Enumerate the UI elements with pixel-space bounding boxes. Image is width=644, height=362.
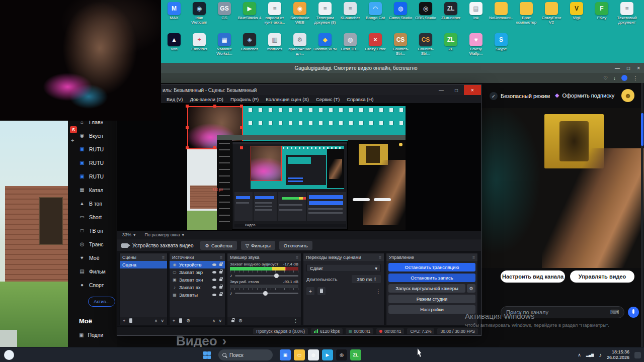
- settings-button[interactable]: Настройки: [388, 305, 475, 314]
- channel-video-preview[interactable]: [481, 108, 644, 268]
- desktop-icon[interactable]: ◈ Launcher: [237, 33, 262, 64]
- sidebar-item[interactable]: □ ТВ он: [68, 224, 117, 237]
- desktop-icon[interactable]: ◆ Radmin VPN: [312, 33, 338, 64]
- desktop-icon[interactable]: ◉ Sandboxie WEB Browser: [287, 2, 312, 33]
- resize-handle[interactable]: [186, 105, 189, 108]
- source-properties-button[interactable]: ⚙: [186, 318, 190, 323]
- desktop-icon[interactable]: M MAX: [162, 2, 187, 33]
- desktop-icon[interactable]: ▤ Ink: [463, 2, 489, 33]
- desktop-icon[interactable]: ◉ Iriun Webcam: [187, 2, 212, 33]
- activate-button[interactable]: Актив...: [88, 297, 115, 307]
- tray-chevron-icon[interactable]: ∧: [578, 352, 581, 357]
- dock-menu-icon[interactable]: ≡: [220, 255, 222, 260]
- network-icon[interactable]: ▂▄▆: [586, 353, 594, 357]
- source-visibility-icon[interactable]: [212, 263, 216, 266]
- deactivate-button[interactable]: Отключить: [279, 241, 312, 250]
- obs-menu-item[interactable]: Вид (V): [167, 97, 183, 102]
- source-lock-icon[interactable]: [219, 286, 222, 289]
- obs-preview[interactable]: 721 px Видео: [117, 103, 481, 231]
- source-row[interactable]: ▦ Захваты: [170, 291, 225, 299]
- volume-slider-knob[interactable]: [274, 274, 279, 278]
- obs-close-button[interactable]: ×: [464, 85, 481, 95]
- desktop-icon[interactable]: F FKey: [589, 2, 614, 33]
- filters-button[interactable]: ▽ Фильтры: [241, 241, 275, 250]
- source-row[interactable]: ◉ Устройств: [170, 261, 225, 268]
- sidebar-item[interactable]: ● Спорт: [68, 278, 117, 292]
- sidebar-item[interactable]: ▣ RUTU: [68, 142, 117, 156]
- taskbar-app-icon[interactable]: ▣: [280, 349, 291, 360]
- obs-menu-item[interactable]: Профиль (P): [230, 97, 259, 102]
- source-visibility-icon[interactable]: [212, 279, 216, 281]
- desktop-icon[interactable]: CS Counter-Stri...: [413, 33, 438, 64]
- source-row[interactable]: ♪ Захват вх: [170, 284, 225, 291]
- page-scrollbar[interactable]: [641, 83, 643, 347]
- obs-maximize-button[interactable]: □: [449, 85, 464, 95]
- speaker-icon[interactable]: ♪: [230, 273, 232, 278]
- desktop-icon[interactable]: GS GS: [212, 2, 237, 33]
- source-lock-icon[interactable]: [219, 263, 222, 266]
- taskbar-app-icon[interactable]: ▭: [294, 349, 305, 360]
- desktop-icon[interactable]: ◍ Camo Studio: [388, 2, 413, 33]
- desktop-icon[interactable]: + FaxVirus: [187, 33, 212, 64]
- obs-menu-item[interactable]: Сервис (T): [316, 97, 340, 102]
- source-visibility-icon[interactable]: [212, 286, 216, 289]
- resize-handle[interactable]: [213, 146, 216, 149]
- taskbar-app-icon[interactable]: ◎: [336, 349, 347, 360]
- safe-mode-toggle[interactable]: ✓ Безопасный режим: [490, 92, 550, 100]
- add-transition-button[interactable]: +: [306, 287, 314, 295]
- source-lock-icon[interactable]: [219, 279, 222, 281]
- spin-down-icon[interactable]: ▾: [374, 279, 376, 282]
- browser-minimize-button[interactable]: —: [615, 65, 620, 71]
- resize-handle[interactable]: [240, 105, 243, 108]
- source-row[interactable]: ▭ Захват экр: [170, 268, 225, 276]
- desktop-icon[interactable]: NoUnmount...: [489, 2, 514, 33]
- remove-scene-button[interactable]: [129, 319, 132, 323]
- taskbar-app-icon[interactable]: ZL: [350, 349, 361, 360]
- desktop-icon[interactable]: ▥ matrices: [262, 33, 287, 64]
- resize-handle[interactable]: [240, 146, 243, 149]
- tray-clock[interactable]: 18:15:36 26.02.2026: [607, 349, 629, 361]
- scenes-dock-header[interactable]: Сцены ≡: [120, 253, 167, 261]
- controls-dock-header[interactable]: Управление ≡: [386, 253, 477, 261]
- profile-avatar[interactable]: [621, 75, 627, 81]
- sidebar-item[interactable]: ▭ Short: [68, 210, 117, 224]
- obs-menu-item[interactable]: Док-панели (D): [190, 97, 223, 102]
- desktop-icon[interactable]: Брат компьютер: [514, 2, 539, 33]
- sidebar-item[interactable]: ♥ Моё: [68, 251, 117, 264]
- volume-icon[interactable]: ♪: [599, 352, 602, 358]
- obs-titlebar[interactable]: иль: Безымянный - Сцены: Безымянный — □ …: [117, 85, 481, 95]
- sidebar-item[interactable]: ▦ Катал: [68, 183, 117, 197]
- taskbar-search-input[interactable]: Поиск: [218, 349, 273, 360]
- desktop-icon[interactable]: ≡ Телеграм докумен (8): [312, 2, 338, 33]
- sidebar-item[interactable]: ▣ RUTU: [68, 169, 117, 183]
- desktop-icon[interactable]: ◎ OBS Studio: [413, 2, 438, 33]
- sidebar-item[interactable]: ▲ В топ: [68, 197, 117, 210]
- transition-select[interactable]: Сдвиг ▾: [306, 264, 381, 272]
- move-source-down-button[interactable]: ∨: [218, 318, 222, 323]
- resize-handle[interactable]: [186, 146, 189, 149]
- desktop-icon[interactable]: ≡ KLauncher: [338, 2, 363, 33]
- desktop-icon[interactable]: ▲ Vita: [162, 33, 187, 64]
- duration-spinner[interactable]: 350 ms ▴▾: [352, 275, 381, 283]
- subscribe-button[interactable]: ◆ Оформить подписку: [555, 92, 614, 99]
- mixer-more-button[interactable]: ⋮: [293, 318, 298, 323]
- volume-slider[interactable]: [235, 293, 299, 294]
- mixer-dock-header[interactable]: Микшер звука ≡: [227, 253, 301, 261]
- remove-source-button[interactable]: [179, 319, 182, 323]
- manage-videos-button[interactable]: Управлять видео: [570, 270, 634, 283]
- move-source-up-button[interactable]: ∧: [212, 318, 216, 323]
- obs-menu-item[interactable]: Коллекция сцен (S): [266, 97, 309, 102]
- stop-recording-button[interactable]: Остановить запись: [388, 274, 475, 282]
- favorite-icon[interactable]: ♡: [603, 75, 608, 81]
- source-lock-icon[interactable]: [219, 271, 222, 274]
- customize-channel-button[interactable]: Настроить вид канала: [501, 270, 565, 283]
- browser-maximize-button[interactable]: □: [627, 65, 630, 71]
- sidebar-item[interactable]: ◎ Транс: [68, 237, 117, 251]
- zoom-level-dropdown[interactable]: 33% ▾: [122, 232, 136, 237]
- resize-handle[interactable]: [213, 105, 216, 108]
- widgets-icon[interactable]: [4, 350, 14, 360]
- move-scene-up-button[interactable]: ∧: [154, 318, 158, 323]
- mixer-settings-button[interactable]: ⚙: [238, 318, 243, 323]
- dock-menu-icon[interactable]: ≡: [162, 255, 165, 260]
- volume-slider-knob[interactable]: [263, 291, 268, 296]
